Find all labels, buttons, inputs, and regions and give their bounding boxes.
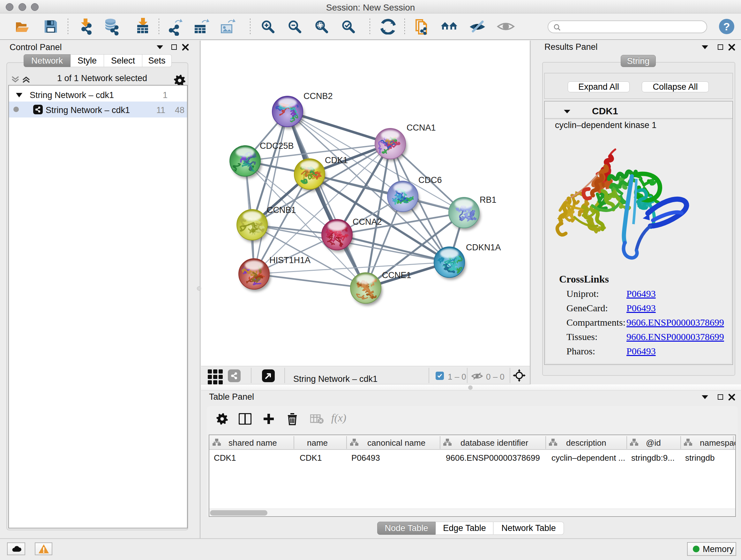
svg-text:CDC6: CDC6 (418, 175, 442, 185)
svg-text:CDC25B: CDC25B (260, 141, 294, 151)
svg-text:CDKN1A: CDKN1A (466, 243, 501, 252)
svg-text:CCNA2: CCNA2 (353, 217, 382, 227)
svg-text:CDK1: CDK1 (325, 155, 348, 165)
svg-text:CCNB2: CCNB2 (304, 91, 333, 101)
svg-text:CCNA1: CCNA1 (407, 123, 436, 132)
svg-text:HIST1H1A: HIST1H1A (269, 255, 311, 265)
svg-text:RB1: RB1 (480, 195, 496, 205)
svg-text:CCNB1: CCNB1 (267, 205, 296, 215)
svg-text:CCNE1: CCNE1 (382, 270, 411, 280)
